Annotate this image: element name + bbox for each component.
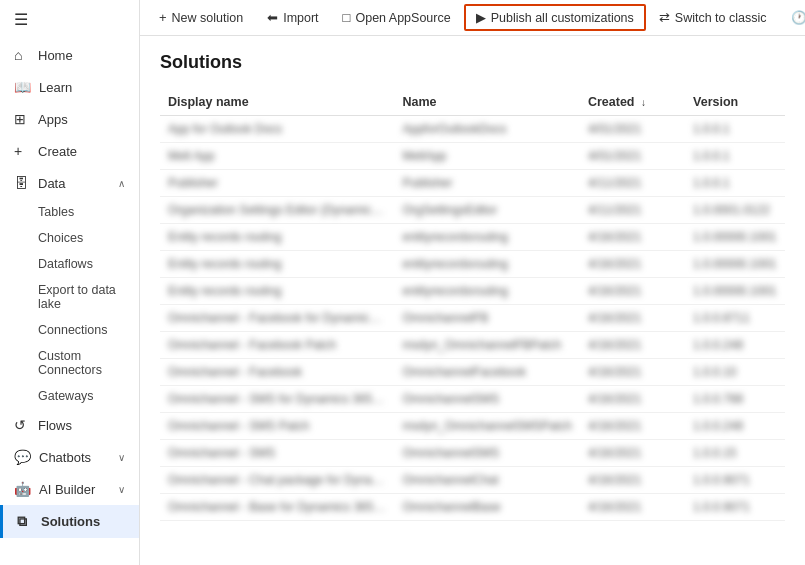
choices-label: Choices	[38, 231, 83, 245]
cell-version: 1.0.0.788	[685, 386, 785, 413]
sidebar-label-data: Data	[38, 176, 65, 191]
cell-display-name: Omnichannel - SMS Patch	[160, 413, 395, 440]
sidebar-item-export-to-data-lake[interactable]: Export to data lake	[0, 277, 139, 317]
sidebar-item-connections[interactable]: Connections	[0, 317, 139, 343]
gateways-label: Gateways	[38, 389, 94, 403]
table-row[interactable]: Entity records routingentityrecordsrouti…	[160, 278, 785, 305]
cell-name: MeltApp	[395, 143, 580, 170]
cell-name: OmnichannelSMS	[395, 386, 580, 413]
sidebar-item-custom-connectors[interactable]: Custom Connectors	[0, 343, 139, 383]
table-row[interactable]: Omnichannel - Chat package for Dynamics …	[160, 467, 785, 494]
cell-display-name: Melt App	[160, 143, 395, 170]
cell-display-name: Organization Settings Editor (Dynamics 3…	[160, 197, 395, 224]
cell-created: 4/16/2021	[580, 494, 685, 521]
sidebar-item-create[interactable]: + Create	[0, 135, 139, 167]
col-header-version[interactable]: Version	[685, 89, 785, 116]
sidebar-item-gateways[interactable]: Gateways	[0, 383, 139, 409]
cell-created: 4/16/2021	[580, 386, 685, 413]
sidebar-label-create: Create	[38, 144, 77, 159]
cell-name: OrgSettingsEditor	[395, 197, 580, 224]
hamburger-menu[interactable]: ☰	[0, 0, 139, 39]
sidebar-item-apps[interactable]: ⊞ Apps	[0, 103, 139, 135]
table-row[interactable]: App for Outlook DocsAppforOutlookDocs4/0…	[160, 116, 785, 143]
sidebar-item-choices[interactable]: Choices	[0, 225, 139, 251]
content-area: Solutions Display name Name Created ↓ Ve…	[140, 36, 805, 565]
cell-created: 4/16/2021	[580, 413, 685, 440]
cell-version: 1.0.0.1	[685, 143, 785, 170]
cell-version: 1.0.0.8711	[685, 305, 785, 332]
cell-name: msdyn_OmnichannelFBPatch	[395, 332, 580, 359]
connections-label: Connections	[38, 323, 108, 337]
main-content: + New solution ⬅ Import □ Open AppSource…	[140, 0, 805, 565]
cell-created: 4/16/2021	[580, 440, 685, 467]
table-row[interactable]: Omnichannel - FacebookOmnichannelFaceboo…	[160, 359, 785, 386]
col-header-created[interactable]: Created ↓	[580, 89, 685, 116]
tables-label: Tables	[38, 205, 74, 219]
cell-version: 1.0.0001.0122	[685, 197, 785, 224]
col-header-display-name[interactable]: Display name	[160, 89, 395, 116]
cell-name: OmnichannelFB	[395, 305, 580, 332]
table-row[interactable]: Omnichannel - SMSOmnichannelSMS4/16/2021…	[160, 440, 785, 467]
cell-name: Publisher	[395, 170, 580, 197]
solutions-table: Display name Name Created ↓ Version App …	[160, 89, 785, 521]
sidebar-label-learn: Learn	[39, 80, 72, 95]
sidebar-item-tables[interactable]: Tables	[0, 199, 139, 225]
created-sort-icon: ↓	[641, 97, 646, 108]
table-row[interactable]: Melt AppMeltApp4/01/20211.0.0.1	[160, 143, 785, 170]
sidebar-item-dataflows[interactable]: Dataflows	[0, 251, 139, 277]
table-row[interactable]: Omnichannel - Facebook Patchmsdyn_Omnich…	[160, 332, 785, 359]
table-row[interactable]: Omnichannel - SMS for Dynamics 365 Appli…	[160, 386, 785, 413]
cell-created: 4/16/2021	[580, 332, 685, 359]
col-header-name[interactable]: Name	[395, 89, 580, 116]
cell-display-name: Omnichannel - SMS for Dynamics 365 Appli…	[160, 386, 395, 413]
sidebar-item-solutions[interactable]: ⧉ Solutions	[0, 505, 139, 538]
cell-version: 1.0.0.15	[685, 440, 785, 467]
table-row[interactable]: Omnichannel - Facebook for Dynamics 365 …	[160, 305, 785, 332]
toolbar: + New solution ⬅ Import □ Open AppSource…	[140, 0, 805, 36]
chatbots-icon: 💬	[14, 449, 31, 465]
switch-label: Switch to classic	[675, 11, 767, 25]
table-row[interactable]: Organization Settings Editor (Dynamics 3…	[160, 197, 785, 224]
open-appsource-button[interactable]: □ Open AppSource	[332, 5, 462, 30]
sidebar-item-flows[interactable]: ↺ Flows	[0, 409, 139, 441]
cell-display-name: Omnichannel - Chat package for Dynamics …	[160, 467, 395, 494]
new-solution-button[interactable]: + New solution	[148, 5, 254, 30]
table-row[interactable]: PublisherPublisher4/11/20211.0.0.1	[160, 170, 785, 197]
cell-display-name: Omnichannel - Facebook	[160, 359, 395, 386]
table-row[interactable]: Entity records routingentityrecordsrouti…	[160, 224, 785, 251]
cell-version: 1.0.00000.1001	[685, 224, 785, 251]
home-icon: ⌂	[14, 47, 30, 63]
sidebar-label-ai-builder: AI Builder	[39, 482, 95, 497]
cell-created: 4/01/2021	[580, 143, 685, 170]
see-history-button[interactable]: 🕐 See history	[780, 5, 805, 30]
sidebar-item-home[interactable]: ⌂ Home	[0, 39, 139, 71]
table-row[interactable]: Omnichannel - SMS Patchmsdyn_Omnichannel…	[160, 413, 785, 440]
cell-version: 1.0.0.1	[685, 116, 785, 143]
ai-builder-icon: 🤖	[14, 481, 31, 497]
table-row[interactable]: Omnichannel - Base for Dynamics 365 Appl…	[160, 494, 785, 521]
apps-icon: ⊞	[14, 111, 30, 127]
switch-to-classic-button[interactable]: ⇄ Switch to classic	[648, 5, 778, 30]
sidebar-label-apps: Apps	[38, 112, 68, 127]
export-label: Export to data lake	[38, 283, 125, 311]
cell-name: entityrecordsrouting	[395, 251, 580, 278]
cell-created: 4/16/2021	[580, 251, 685, 278]
cell-name: entityrecordsrouting	[395, 278, 580, 305]
import-button[interactable]: ⬅ Import	[256, 5, 329, 30]
cell-display-name: Publisher	[160, 170, 395, 197]
import-label: Import	[283, 11, 318, 25]
cell-created: 4/16/2021	[580, 359, 685, 386]
sidebar-item-ai-builder[interactable]: 🤖 AI Builder ∨	[0, 473, 139, 505]
cell-created: 4/16/2021	[580, 305, 685, 332]
cell-display-name: Entity records routing	[160, 251, 395, 278]
chatbots-chevron-icon: ∨	[118, 452, 125, 463]
cell-version: 1.0.0.10	[685, 359, 785, 386]
sidebar-item-learn[interactable]: 📖 Learn	[0, 71, 139, 103]
cell-created: 4/16/2021	[580, 467, 685, 494]
publish-all-button[interactable]: ▶ Publish all customizations	[464, 4, 646, 31]
table-row[interactable]: Entity records routingentityrecordsrouti…	[160, 251, 785, 278]
history-icon: 🕐	[791, 10, 805, 25]
sidebar-item-chatbots[interactable]: 💬 Chatbots ∨	[0, 441, 139, 473]
sidebar-item-data[interactable]: 🗄 Data ∧	[0, 167, 139, 199]
cell-name: msdyn_OmnichannelSMSPatch	[395, 413, 580, 440]
